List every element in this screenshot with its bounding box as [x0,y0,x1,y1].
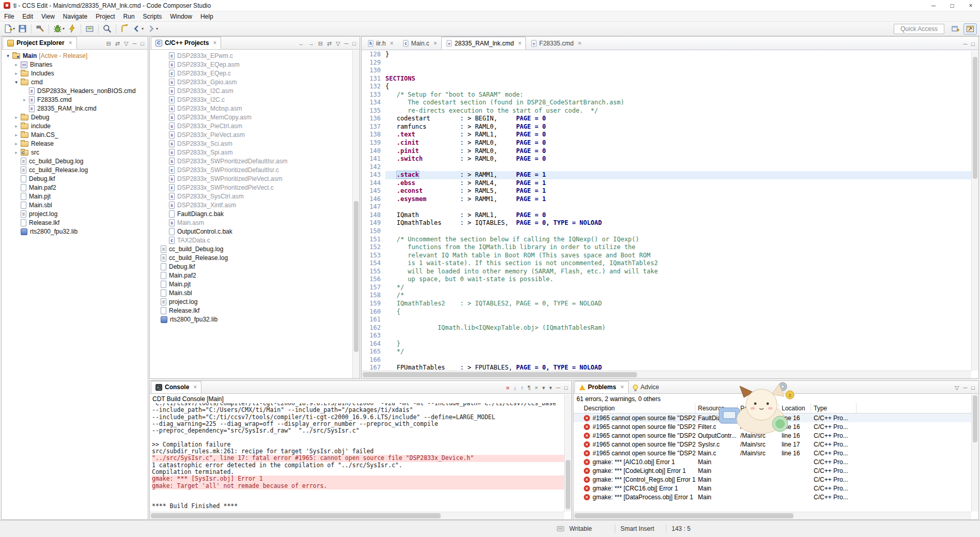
menu-scripts[interactable]: Scripts [139,12,166,21]
tree-item-includes[interactable]: ▸Includes [2,69,148,78]
scrollbar-thumb[interactable] [973,395,977,442]
code-line-155[interactable]: 155 will be loaded into other memory (SA… [362,268,971,276]
ccs-edit-perspective-button[interactable] [963,23,977,35]
code-line-138[interactable]: 138 .text : > RAML1, PAGE = 0 [362,131,971,139]
code-line-157[interactable]: 157 */ [362,284,971,292]
back-icon[interactable]: ← [299,41,304,47]
problem-row[interactable]: ×#1965 cannot open source file "DSP2833x… [573,440,971,449]
editor-tab-f28335-cmd[interactable]: ≡F28335.cmd× [526,37,586,50]
tree-item-cc-build-debug-log[interactable]: ≡cc_build_Debug.log [2,157,148,165]
new-target-config-icon[interactable] [84,23,96,35]
tree-item-binaries[interactable]: ▸010Binaries [2,60,148,69]
scrollbar-thumb[interactable] [973,57,977,178]
code-line-150[interactable]: 150 [362,227,971,236]
menu-navigate[interactable]: Navigate [59,12,91,21]
column-header-location[interactable]: Location [779,403,811,413]
tree-item-src[interactable]: ▸src [2,148,148,157]
tree-item-cc-build-release-log[interactable]: ≡cc_build_Release.log [150,253,360,262]
collapse-arrow-icon[interactable]: ▾ [5,53,11,58]
expand-arrow-icon[interactable]: ▸ [13,71,20,76]
tree-item-dsp2833x-swprioritizedpievect-c[interactable]: cDSP2833x_SWPrioritizedPieVect.c [150,183,360,192]
code-line-167[interactable]: 167 FPUmathTables : > FPUTABLES, PAGE = … [362,364,971,371]
debug-icon[interactable]: ▾ [52,23,66,35]
view-menu-icon[interactable]: ▽ [124,41,128,47]
tree-item-dsp2833x-swprioritizedpievect-asm[interactable]: sDSP2833x_SWPrioritizedPieVect.asm [150,174,360,183]
tree-item-dsp2833x-i2c-c[interactable]: cDSP2833x_I2C.c [150,95,360,104]
menu-file[interactable]: File [0,12,18,21]
console-error-line[interactable]: gmake: Target 'all' not remade because o… [152,483,564,489]
code-line-164[interactable]: 164 } [362,340,971,348]
tree-item-outputcontrol-c-bak[interactable]: OutputControl.c.bak [150,227,360,236]
editor-tab-main-c[interactable]: cMain.c× [398,37,441,50]
flash-icon[interactable] [66,23,78,35]
scrollbar-thumb[interactable] [574,513,794,518]
editor-tab-iir-h[interactable]: hiir.h× [363,37,398,50]
code-line-163[interactable]: 163 [362,332,971,340]
code-line-131[interactable]: 131SECTIONS [362,75,971,83]
code-line-146[interactable]: 146 .esysmem : > RAMM1, PAGE = 1 [362,195,971,204]
problem-row[interactable]: ×gmake: *** [CRC16.obj] Error 1MainC/C++… [573,484,971,493]
tree-item-tax2data-c[interactable]: cTAX2Data.c [150,236,360,244]
tree-item-main[interactable]: ▾Main[Active - Release] [2,51,148,60]
code-line-145[interactable]: 145 .econst : > RAML5, PAGE = 1 [362,187,971,195]
terminate-icon[interactable]: ■ [506,385,509,391]
tree-item-dsp2833x-xintf-asm[interactable]: sDSP2833x_Xintf.asm [150,201,360,209]
tree-item-cc-build-debug-log[interactable]: ≡cc_build_Debug.log [150,244,360,253]
display-console-icon[interactable]: ▾ [549,385,552,391]
minimize-icon[interactable]: ─ [133,41,137,47]
code-line-159[interactable]: 159 IQmathTables2 : > IQTABLES2, PAGE = … [362,300,971,308]
problem-row[interactable]: ×gmake: *** [CodeLight.obj] Error 1MainC… [573,466,971,475]
tree-item-release-lkf[interactable]: Release.lkf [150,306,360,315]
scroll-up-icon[interactable]: ↑ [521,385,524,391]
tree-item-project-log[interactable]: ≡project.log [150,297,360,306]
maximize-window-button[interactable]: □ [943,0,961,11]
tree-item-28335-ram-lnk-cmd[interactable]: ≡28335_RAM_lnk.cmd [2,104,148,113]
code-line-140[interactable]: 140 .pinit : > RAML0, PAGE = 0 [362,147,971,156]
column-header-resource[interactable]: Resource [695,403,738,413]
minimize-window-button[interactable]: ─ [924,0,943,11]
code-line-134[interactable]: 134 The codestart section (found in DSP2… [362,99,971,107]
close-icon[interactable]: × [518,40,522,47]
tree-item-rts2800-fpu32-lib[interactable]: rts2800_fpu32.lib [150,315,360,324]
problems-horizontal-scrollbar[interactable] [573,512,971,519]
code-line-152[interactable]: 152 functions from the IQMath.lib librar… [362,243,971,252]
build-icon[interactable] [34,23,46,35]
tree-item-cc-build-release-log[interactable]: ≡cc_build_Release.log [2,165,148,174]
console-horizontal-scrollbar[interactable] [150,512,564,519]
expand-arrow-icon[interactable]: ▸ [13,132,20,137]
tree-item-main-pjt[interactable]: Main.pjt [150,280,360,288]
tree-item-dsp2833x-memcopy-asm[interactable]: sDSP2833x_MemCopy.asm [150,113,360,121]
problem-row[interactable]: ×#1965 cannot open source file "DSP28x_P… [573,449,971,457]
forward-icon[interactable]: → [308,41,314,47]
new-file-icon[interactable]: ▾ [2,23,17,35]
code-line-161[interactable]: 161 [362,316,971,324]
tree-item-dsp2833x-mcbsp-asm[interactable]: sDSP2833x_Mcbsp.asm [150,104,360,113]
close-window-button[interactable]: × [961,0,980,11]
console-vertical-scrollbar[interactable] [564,394,571,512]
close-icon[interactable]: × [620,383,624,391]
quick-access-input[interactable]: Quick Access [894,24,944,34]
collapse-arrow-icon[interactable]: ▾ [13,80,20,85]
search-icon[interactable] [101,23,113,35]
code-line-153[interactable]: 153 relevant IQ Math table in Boot ROM (… [362,252,971,260]
console-error-line[interactable]: "../src/SysIsr.c", line 17: fatal error … [152,455,564,462]
tree-item-release-lkf[interactable]: Release.lkf [2,218,148,227]
code-line-149[interactable]: 149 IQmathTables : > IQTABLES, PAGE = 0,… [362,219,971,227]
code-editor[interactable]: 128}129130131SECTIONS132{133 /* Setup fo… [362,51,971,371]
code-line-135[interactable]: 135 re-directs execution to the start of… [362,107,971,115]
code-line-156[interactable]: 156 up space, but 0 wait-state is possib… [362,275,971,284]
code-line-148[interactable]: 148 IQmath : > RAML1, PAGE = 0 [362,211,971,220]
collapse-all-icon[interactable]: ⊟ [318,41,323,47]
minimize-icon[interactable]: ─ [963,41,968,47]
code-line-141[interactable]: 141 .switch : > RAML0, PAGE = 0 [362,155,971,163]
tree-item-rts2800-fpu32-lib[interactable]: rts2800_fpu32.lib [2,227,148,236]
view-menu-icon[interactable]: ▽ [336,41,340,47]
code-line-137[interactable]: 137 ramfuncs : > RAML0, PAGE = 0 [362,123,971,131]
link-with-editor-icon[interactable]: ⇄ [115,41,120,47]
expand-arrow-icon[interactable]: ▸ [13,62,20,67]
scrollbar-thumb[interactable] [363,372,637,377]
clear-console-icon[interactable]: × [535,385,538,391]
collapse-all-icon[interactable]: ⊟ [106,41,111,47]
editor-vertical-scrollbar[interactable] [971,51,978,371]
expand-arrow-icon[interactable]: ▸ [13,124,20,129]
